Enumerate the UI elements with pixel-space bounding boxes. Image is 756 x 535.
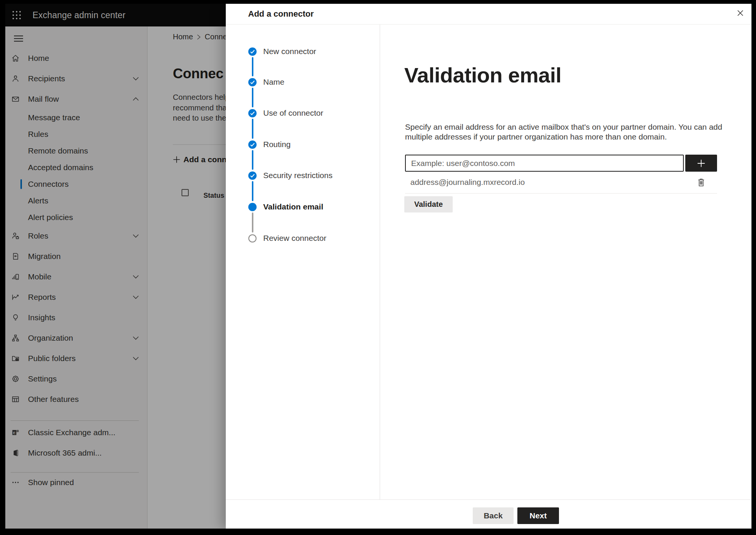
close-icon [736,9,744,17]
validation-email-input[interactable] [405,155,684,172]
back-button[interactable]: Back [473,507,514,524]
step-current-icon [248,203,257,211]
step-connector-line [252,57,253,76]
address-value: address@journaling.mxrecord.io [410,178,525,187]
wizard-step-name[interactable]: Name [248,78,284,87]
next-button[interactable]: Next [517,507,559,524]
divider [405,193,717,194]
wizard-step-use-of-connector[interactable]: Use of connector [248,109,323,118]
wizard-step-new-connector[interactable]: New connector [248,47,316,56]
step-connector-line [252,150,253,170]
exchange-admin-center-app: Exchange admin center Home Recipients Ma… [5,4,751,529]
panel-footer: Back Next [226,499,751,529]
step-completed-icon [248,171,257,180]
step-completed-icon [248,78,257,87]
step-heading: Validation email [404,64,561,87]
wizard-steps-nav: New connector Name Use of connector Rout… [226,25,380,499]
step-connector-line [252,181,253,201]
add-connector-panel: Add a connector New connector [226,4,751,529]
panel-header: Add a connector [226,4,751,25]
step-completed-icon [248,109,257,118]
panel-body: New connector Name Use of connector Rout… [226,25,751,499]
trash-icon [697,177,706,187]
wizard-step-review-connector[interactable]: Review connector [248,234,326,243]
wizard-step-security-restrictions[interactable]: Security restrictions [248,171,332,180]
panel-title: Add a connector [248,9,314,19]
screenshot-frame: Exchange admin center Home Recipients Ma… [0,0,756,535]
step-connector-line [252,88,253,107]
validation-email-step-content: Validation email Specify an email addres… [380,25,751,499]
delete-address-button[interactable] [697,177,708,188]
step-connector-line [252,212,253,233]
step-upcoming-icon [248,234,257,243]
add-email-button[interactable] [685,155,717,172]
address-list-item: address@journaling.mxrecord.io [405,177,717,187]
close-button[interactable] [734,7,746,19]
step-completed-icon [248,47,257,56]
step-connector-line [252,119,253,139]
step-description: Specify an email address for an active m… [405,122,722,141]
plus-icon [696,158,706,168]
wizard-step-routing[interactable]: Routing [248,140,290,149]
step-completed-icon [248,140,257,149]
wizard-step-validation-email[interactable]: Validation email [248,202,323,211]
validate-button[interactable]: Validate [404,196,453,212]
